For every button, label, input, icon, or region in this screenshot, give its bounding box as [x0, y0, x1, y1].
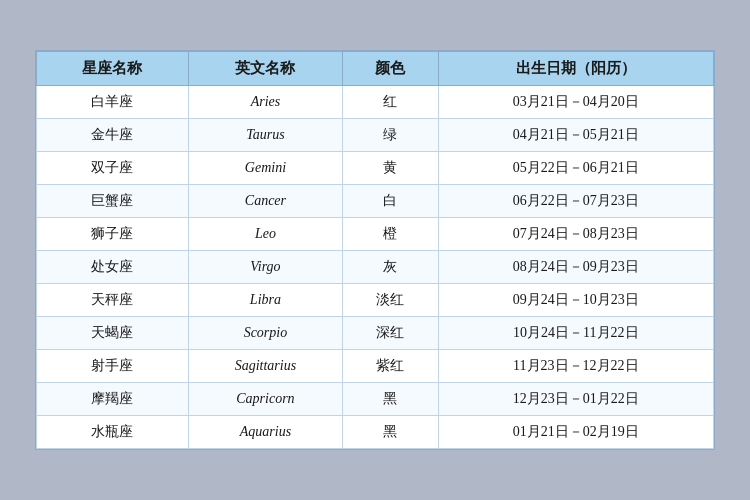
cell-zh-name: 金牛座 — [37, 119, 189, 152]
cell-color: 白 — [343, 185, 439, 218]
zodiac-table: 星座名称 英文名称 颜色 出生日期（阳历） 白羊座Aries红03月21日－04… — [36, 51, 714, 449]
table-row: 天秤座Libra淡红09月24日－10月23日 — [37, 284, 714, 317]
cell-color: 紫红 — [343, 350, 439, 383]
cell-zh-name: 巨蟹座 — [37, 185, 189, 218]
table-row: 白羊座Aries红03月21日－04月20日 — [37, 86, 714, 119]
cell-en-name: Aries — [188, 86, 342, 119]
table-row: 双子座Gemini黄05月22日－06月21日 — [37, 152, 714, 185]
cell-color: 橙 — [343, 218, 439, 251]
cell-color: 绿 — [343, 119, 439, 152]
cell-zh-name: 射手座 — [37, 350, 189, 383]
zodiac-table-container: 星座名称 英文名称 颜色 出生日期（阳历） 白羊座Aries红03月21日－04… — [35, 50, 715, 450]
cell-en-name: Gemini — [188, 152, 342, 185]
cell-color: 黑 — [343, 383, 439, 416]
cell-color: 黄 — [343, 152, 439, 185]
cell-en-name: Capricorn — [188, 383, 342, 416]
cell-zh-name: 处女座 — [37, 251, 189, 284]
cell-dates: 09月24日－10月23日 — [438, 284, 713, 317]
cell-zh-name: 摩羯座 — [37, 383, 189, 416]
cell-dates: 11月23日－12月22日 — [438, 350, 713, 383]
cell-en-name: Libra — [188, 284, 342, 317]
table-row: 巨蟹座Cancer白06月22日－07月23日 — [37, 185, 714, 218]
cell-en-name: Scorpio — [188, 317, 342, 350]
cell-dates: 03月21日－04月20日 — [438, 86, 713, 119]
table-row: 金牛座Taurus绿04月21日－05月21日 — [37, 119, 714, 152]
cell-dates: 08月24日－09月23日 — [438, 251, 713, 284]
cell-dates: 05月22日－06月21日 — [438, 152, 713, 185]
cell-color: 红 — [343, 86, 439, 119]
table-row: 狮子座Leo橙07月24日－08月23日 — [37, 218, 714, 251]
table-row: 天蝎座Scorpio深红10月24日－11月22日 — [37, 317, 714, 350]
cell-en-name: Taurus — [188, 119, 342, 152]
cell-zh-name: 白羊座 — [37, 86, 189, 119]
cell-dates: 07月24日－08月23日 — [438, 218, 713, 251]
cell-dates: 12月23日－01月22日 — [438, 383, 713, 416]
cell-color: 深红 — [343, 317, 439, 350]
table-row: 射手座Sagittarius紫红11月23日－12月22日 — [37, 350, 714, 383]
cell-en-name: Sagittarius — [188, 350, 342, 383]
col-header-dates: 出生日期（阳历） — [438, 52, 713, 86]
cell-color: 淡红 — [343, 284, 439, 317]
cell-zh-name: 天秤座 — [37, 284, 189, 317]
cell-dates: 06月22日－07月23日 — [438, 185, 713, 218]
cell-color: 灰 — [343, 251, 439, 284]
table-row: 处女座Virgo灰08月24日－09月23日 — [37, 251, 714, 284]
cell-en-name: Virgo — [188, 251, 342, 284]
cell-zh-name: 双子座 — [37, 152, 189, 185]
cell-zh-name: 水瓶座 — [37, 416, 189, 449]
table-row: 水瓶座Aquarius黑01月21日－02月19日 — [37, 416, 714, 449]
cell-zh-name: 狮子座 — [37, 218, 189, 251]
cell-dates: 04月21日－05月21日 — [438, 119, 713, 152]
cell-dates: 01月21日－02月19日 — [438, 416, 713, 449]
col-header-zh: 星座名称 — [37, 52, 189, 86]
cell-zh-name: 天蝎座 — [37, 317, 189, 350]
col-header-en: 英文名称 — [188, 52, 342, 86]
cell-en-name: Leo — [188, 218, 342, 251]
col-header-color: 颜色 — [343, 52, 439, 86]
table-header-row: 星座名称 英文名称 颜色 出生日期（阳历） — [37, 52, 714, 86]
cell-en-name: Cancer — [188, 185, 342, 218]
cell-dates: 10月24日－11月22日 — [438, 317, 713, 350]
cell-en-name: Aquarius — [188, 416, 342, 449]
cell-color: 黑 — [343, 416, 439, 449]
table-row: 摩羯座Capricorn黑12月23日－01月22日 — [37, 383, 714, 416]
